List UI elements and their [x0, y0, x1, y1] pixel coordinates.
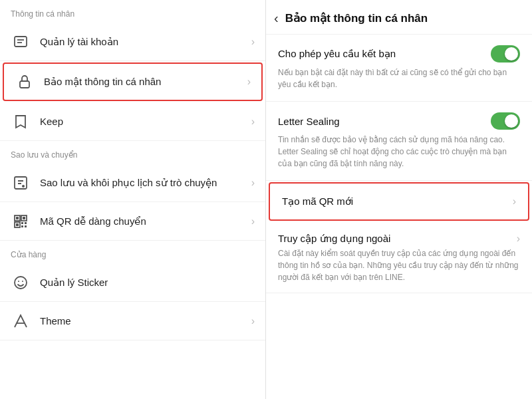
svg-point-17 [18, 281, 19, 282]
truy-cap-row[interactable]: Truy cập ứng dụng ngoài › [278, 233, 520, 245]
letter-sealing-section: Letter Sealing Tin nhắn sẽ được bảo vệ b… [266, 102, 532, 181]
cho-phep-title: Cho phép yêu cầu kết bạn [278, 48, 396, 60]
letter-sealing-desc: Tin nhắn sẽ được bảo vệ bằng cách sử dụn… [278, 134, 520, 170]
backup-icon [11, 173, 31, 193]
svg-rect-3 [20, 81, 29, 88]
toggle-track-2 [491, 112, 520, 130]
svg-rect-7 [16, 217, 19, 219]
svg-point-5 [22, 185, 25, 188]
menu-item-sao-luu[interactable]: Sao lưu và khôi phục lịch sử trò chuyện … [0, 164, 265, 202]
arrow-icon-4: › [251, 177, 255, 189]
menu-item-ma-qr[interactable]: Mã QR dễ dàng chuyển › [0, 202, 265, 241]
quan-ly-sticker-label: Quản lý Sticker [40, 276, 255, 289]
keep-label: Keep [40, 115, 246, 128]
tao-ma-qr-item[interactable]: Tạo mã QR mới › [269, 182, 529, 221]
right-panel: ‹ Bảo mật thông tin cá nhân Cho phép yêu… [266, 0, 532, 399]
toggle-thumb-2 [505, 114, 518, 128]
quan-ly-tai-khoan-label: Quản lý tài khoản [40, 35, 246, 49]
right-header-title: Bảo mật thông tin cá nhân [285, 11, 428, 25]
sticker-icon [11, 273, 31, 293]
svg-rect-0 [15, 37, 27, 47]
letter-sealing-toggle[interactable] [491, 112, 520, 130]
svg-rect-12 [21, 222, 23, 224]
svg-point-18 [22, 281, 23, 282]
truy-cap-desc: Cài đặt này kiểm soát quyền truy cập của… [278, 247, 520, 283]
cho-phep-section: Cho phép yêu cầu kết bạn Nếu bạn bật cài… [266, 35, 532, 102]
letter-sealing-title: Letter Sealing [278, 116, 340, 127]
bookmark-icon [11, 112, 31, 132]
toggle-track [491, 45, 520, 63]
sao-luu-label: Sao lưu và khôi phục lịch sử trò chuyện [40, 176, 246, 190]
svg-rect-15 [25, 225, 27, 227]
menu-item-quan-ly-tai-khoan[interactable]: Quản lý tài khoản › [0, 23, 265, 61]
arrow-icon-5: › [251, 215, 255, 227]
svg-rect-9 [23, 217, 25, 219]
svg-rect-4 [15, 177, 27, 189]
arrow-icon-3: › [251, 116, 255, 128]
arrow-icon-1: › [251, 36, 255, 48]
cho-phep-desc: Nếu bạn bật cài đặt này thì bất cứ ai cũ… [278, 66, 520, 90]
theme-icon [11, 311, 31, 331]
truy-cap-arrow: › [517, 233, 520, 245]
tao-ma-qr-label: Tạo mã QR mới [282, 196, 353, 207]
ma-qr-label: Mã QR dễ dàng chuyển [40, 215, 246, 228]
account-icon [11, 32, 31, 52]
section2-label: Sao lưu và chuyển [0, 141, 265, 164]
menu-item-theme[interactable]: Theme › [0, 302, 265, 340]
toggle-thumb [505, 47, 518, 61]
bao-mat-label: Bảo mật thông tin cá nhân [44, 75, 242, 88]
arrow-icon-2: › [247, 76, 251, 88]
right-header: ‹ Bảo mật thông tin cá nhân [266, 0, 532, 35]
svg-point-16 [15, 277, 27, 289]
cho-phep-toggle[interactable] [491, 45, 520, 63]
svg-rect-14 [21, 225, 23, 227]
svg-rect-13 [25, 222, 27, 224]
menu-item-bao-mat[interactable]: Bảo mật thông tin cá nhân › [3, 63, 263, 101]
lock-icon [15, 72, 35, 92]
theme-label: Theme [40, 315, 246, 328]
menu-item-quan-ly-sticker[interactable]: Quản lý Sticker [0, 263, 265, 302]
cho-phep-row: Cho phép yêu cầu kết bạn [278, 45, 520, 63]
tao-ma-qr-arrow: › [513, 196, 516, 207]
letter-sealing-row: Letter Sealing [278, 112, 520, 130]
svg-rect-11 [16, 223, 19, 226]
section1-label: Thông tin cá nhân [0, 0, 265, 23]
qr-icon [11, 211, 31, 231]
section3-label: Cửa hàng [0, 241, 265, 263]
arrow-icon-6: › [251, 315, 255, 327]
back-button[interactable]: ‹ [274, 11, 279, 26]
truy-cap-title: Truy cập ứng dụng ngoài [278, 233, 390, 245]
truy-cap-section: Truy cập ứng dụng ngoài › Cài đặt này ki… [266, 222, 532, 293]
left-panel: Thông tin cá nhân Quản lý tài khoản › Bả… [0, 0, 266, 399]
menu-item-keep[interactable]: Keep › [0, 102, 265, 141]
